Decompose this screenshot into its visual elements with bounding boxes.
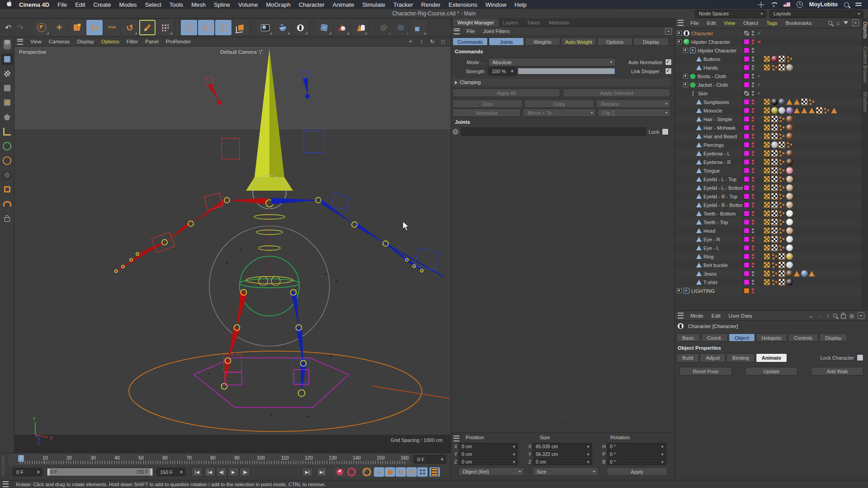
xpresso-tag-icon[interactable] [778,236,785,243]
interactive-render-icon[interactable] [292,20,308,35]
xpresso-tag-icon[interactable] [778,167,785,174]
menu-modes[interactable]: Modes [115,1,141,8]
selection-tag-icon[interactable] [801,107,808,114]
undo-icon[interactable]: ↶ [3,23,14,33]
play-button[interactable]: ▶ [228,467,239,477]
layer-swatch[interactable] [744,108,750,113]
weight-tag-icon[interactable] [764,279,770,286]
layer-swatch[interactable] [744,279,750,285]
weight-tag-icon[interactable] [764,262,770,268]
visibility-dots[interactable] [752,220,754,225]
side-tab-structure[interactable]: Structure [863,92,868,112]
menu-window[interactable]: Window [481,1,510,8]
am-search-icon[interactable] [833,314,837,318]
menu-render[interactable]: Render [417,1,445,8]
weight-tag-icon[interactable] [764,107,770,114]
layer-swatch[interactable] [744,47,750,53]
tree-row-jacket-cloth[interactable]: Jacket - Cloth✓ [675,80,862,89]
om-menu-tags[interactable]: Tags [762,20,781,26]
tree-row-eyelid-r-bottom[interactable]: Eyelid - R - Bottom [675,201,862,209]
am-hamburger-icon[interactable] [678,313,684,319]
material-tag-icon[interactable] [786,159,793,165]
range-handle-left[interactable] [47,469,50,475]
xpresso-tag-icon[interactable] [778,116,785,122]
tree-row-piercings[interactable]: Piercings [675,141,862,149]
mode-dropdown[interactable]: Absolute [488,58,616,66]
xpresso-tag-icon[interactable] [771,270,778,277]
link-dropper-checkbox[interactable] [665,68,672,75]
menu-tools[interactable]: Tools [165,1,187,8]
material-tag-icon[interactable] [786,279,793,286]
visibility-dots[interactable] [752,91,754,96]
visibility-dots[interactable] [752,271,754,276]
stepper-icon[interactable] [587,452,590,457]
am-target-icon[interactable]: ◎ [849,313,854,319]
tree-row-head[interactable]: Head [675,226,862,235]
tree-row-lighting[interactable]: LIGHTING [675,286,862,295]
am-tab-controls[interactable]: Controls [788,333,818,342]
tree-row-hipster-character[interactable]: Hipster Character [675,46,862,55]
uv-tag-icon[interactable] [771,124,778,131]
wifi-icon[interactable] [770,2,777,7]
layer-swatch[interactable] [744,245,750,251]
history-back-icon[interactable]: ← [809,313,814,319]
coords-hamburger-icon[interactable] [453,436,459,441]
render-settings-icon[interactable] [274,20,291,35]
material-tag-icon[interactable] [786,219,793,225]
lock-x-icon[interactable]: X [181,20,197,35]
uv-tag-icon[interactable] [778,262,785,268]
rotation-b-field[interactable]: 0 ° [607,458,666,465]
viewport-menu-cameras[interactable]: Cameras [45,39,74,44]
material-tag-icon[interactable] [786,253,793,260]
expander-icon[interactable] [683,74,688,79]
am-add-icon[interactable]: + [858,312,864,319]
xpresso-tag-icon[interactable] [778,210,785,217]
panel-splitter[interactable]: ···· [558,415,567,420]
material-tag-icon[interactable] [786,270,793,277]
am-menu-user-data[interactable]: User Data [725,313,756,319]
visibility-dots[interactable] [752,142,754,147]
accessibility-icon[interactable] [758,2,764,8]
tree-row-hair-simple[interactable]: Hair - Simple [675,115,862,123]
layouts-dropdown[interactable]: Layouts [769,10,863,18]
prev-frame-button[interactable]: ◀| [216,467,227,477]
next-key-button[interactable]: ▶| [302,467,313,477]
xpresso-tag-icon[interactable] [808,99,815,105]
viewport-menu-options[interactable]: Options [98,39,123,44]
om-menu-edit[interactable]: Edit [703,20,720,26]
xpresso-tag-icon[interactable] [778,150,785,157]
tree-row-hipster-character[interactable]: Hipster Character× [675,38,862,46]
copy-button[interactable]: Copy [524,99,594,108]
selection-tag-icon[interactable] [793,107,800,114]
weight-tag-icon[interactable] [764,141,770,148]
key-position-toggle[interactable]: + [374,467,384,477]
uv-tag-icon[interactable] [771,184,778,191]
xpresso-tag-icon[interactable] [823,107,830,114]
menu-character[interactable]: Character [295,1,329,8]
soft-selection-icon[interactable] [157,20,173,35]
weight-tag-icon[interactable] [764,64,770,71]
viewport-menu-panel[interactable]: Panel [142,39,162,44]
om-add-icon[interactable]: + [852,19,859,26]
xpresso-tag-icon[interactable] [778,227,785,234]
layer-swatch[interactable] [744,116,750,122]
clock-icon[interactable] [797,1,803,8]
menu-simulate[interactable]: Simulate [358,1,389,8]
texture-tool-icon[interactable] [375,20,392,35]
camera-label[interactable]: Default Camera [220,49,263,55]
stepper-icon[interactable] [661,452,665,457]
material-tag-icon[interactable] [771,99,778,105]
wm-menu-file[interactable]: File [462,28,479,34]
xpresso-tag-icon[interactable] [786,56,793,62]
convert-icon[interactable] [1,39,13,51]
expander-icon[interactable] [677,31,682,36]
search-icon[interactable] [844,2,849,7]
uv-tag-icon[interactable] [778,64,785,71]
visibility-dots[interactable] [752,263,754,267]
visibility-dots[interactable] [752,125,754,130]
uv-tag-icon[interactable] [778,270,785,277]
generators-icon[interactable] [351,20,368,35]
visibility-dots[interactable] [752,48,754,53]
normalize-button[interactable]: Normalize [453,108,521,117]
stepper-icon[interactable] [510,68,514,74]
